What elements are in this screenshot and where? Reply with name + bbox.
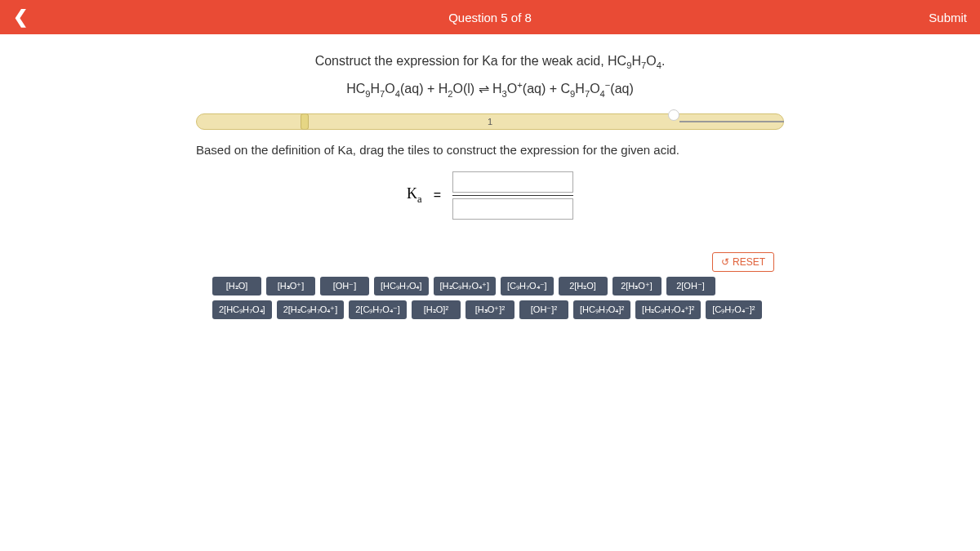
prompt-text: Construct the expression for Ka for the … [315,54,666,70]
submit-button[interactable]: Submit [929,11,967,24]
progress-bar: 1 [196,113,784,130]
tile[interactable]: [H₂O]² [412,300,461,319]
tile[interactable]: 2[H₂O] [559,277,608,295]
question-counter: Question 5 of 8 [448,11,532,24]
progress-handle-left[interactable] [301,113,309,130]
tile-bank: [H₂O] [H₃O⁺] [OH⁻] [HC₉H₇O₄] [H₂C₉H₇O₄⁺]… [212,277,768,319]
ka-expression: Ka = [407,171,573,220]
progress-handle-right[interactable] [668,109,679,121]
tile[interactable]: [H₃O⁺]² [466,300,514,319]
tile[interactable]: [C₉H₇O₄⁻] [501,277,554,295]
tile[interactable]: [C₉H₇O₄⁻]² [706,300,761,319]
tile[interactable]: 2[C₉H₇O₄⁻] [349,300,407,319]
fraction-line [452,195,573,196]
app-header: ❮ Question 5 of 8 Submit [0,0,980,34]
tile[interactable]: [OH⁻] [320,277,369,295]
chemical-equation: HC9H7O4(aq) + H2O(l) ⇌ H3O+(aq) + C9H7O4… [315,80,666,99]
tile[interactable]: 2[H₃O⁺] [612,277,662,295]
progress-step-label: 1 [488,117,492,127]
denominator-drop-zone[interactable] [452,198,573,220]
tile[interactable]: [OH⁻]² [519,300,568,319]
equals-sign: = [434,188,441,202]
main-content: Construct the expression for Ka for the … [0,34,980,319]
tile[interactable]: 2[HC₉H₇O₄] [212,300,272,319]
tile[interactable]: [HC₉H₇O₄]² [573,300,630,319]
reset-label: RESET [733,256,765,268]
tile[interactable]: [H₂O] [212,277,261,295]
numerator-drop-zone[interactable] [452,171,573,193]
reset-icon: ↺ [721,256,729,268]
tile[interactable]: 2[OH⁻] [666,277,715,295]
progress-inactive-line [679,121,784,122]
tile[interactable]: [H₃O⁺] [266,277,315,295]
tile[interactable]: [HC₉H₇O₄] [374,277,429,295]
back-button[interactable]: ❮ [13,7,33,28]
prompt-block: Construct the expression for Ka for the … [315,54,666,99]
tile[interactable]: [H₂C₉H₇O₄⁺]² [635,300,701,319]
reset-button[interactable]: ↺ RESET [712,252,774,272]
instruction-text: Based on the definition of Ka, drag the … [196,143,784,157]
ka-symbol: Ka [407,185,422,206]
tile[interactable]: 2[H₂C₉H₇O₄⁺] [277,300,345,319]
tile[interactable]: [H₂C₉H₇O₄⁺] [434,277,497,295]
fraction [452,171,573,220]
reset-row: ↺ RESET [235,252,774,272]
